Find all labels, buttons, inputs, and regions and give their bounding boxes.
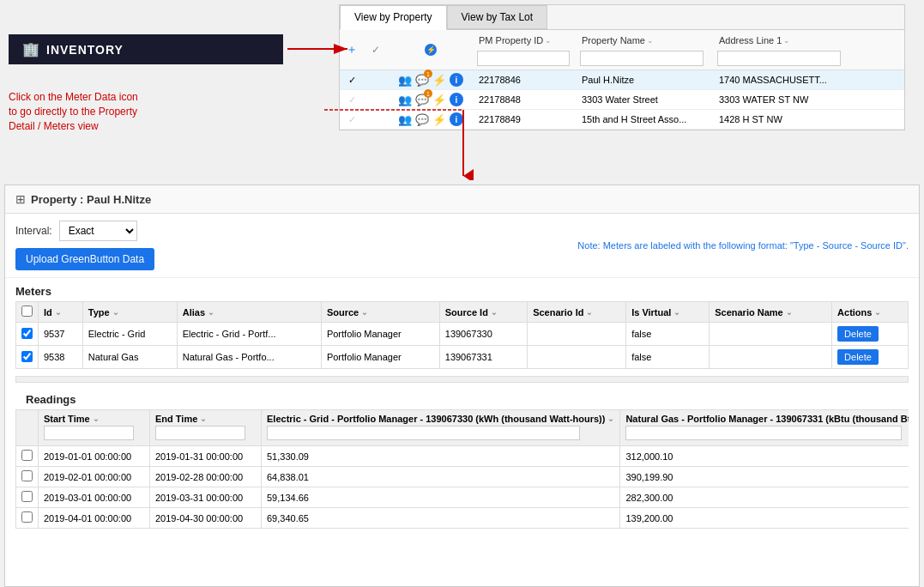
meters-check-all[interactable] — [16, 302, 39, 323]
sort-meters-type[interactable]: ⌄ — [112, 308, 119, 317]
meter-row0-action: Delete — [832, 323, 909, 346]
pm-property-id-label: PM Property ID — [479, 35, 543, 45]
interval-label: Interval: — [15, 225, 52, 237]
readings-end-filter[interactable] — [155, 426, 245, 440]
reading-row1-checkbox[interactable] — [21, 470, 33, 481]
reading-row1-check[interactable] — [16, 467, 39, 487]
meter-row0-check[interactable] — [16, 323, 39, 346]
check-all-col: ＋ — [340, 42, 364, 57]
reading-row3-electric: 69,340.65 — [262, 508, 620, 529]
sort-name[interactable]: ⌄ — [647, 36, 654, 45]
pm-id-filter[interactable] — [477, 51, 570, 66]
meter-row0-source: Portfolio Manager — [321, 323, 439, 346]
property-detail-title: Property : Paul H.Nitze — [31, 193, 151, 206]
row0-check[interactable]: ✓ — [340, 71, 364, 89]
address-filter[interactable] — [717, 51, 841, 66]
meter-row1-is-virtual: false — [626, 346, 710, 369]
meter-row1-checkbox[interactable] — [21, 351, 33, 362]
info-icon-2[interactable]: i — [449, 112, 464, 127]
chat-icon-1[interactable]: 💬 1 — [414, 92, 430, 107]
reading-row0-end: 2019-01-31 00:00:00 — [150, 446, 262, 467]
org-icon-0[interactable]: 👥 — [397, 72, 413, 88]
meters-actions-header: Actions⌄ — [832, 302, 909, 323]
meter-row0-checkbox[interactable] — [21, 328, 33, 339]
readings-table: Start Time⌄ End Time⌄ Electric - Grid - … — [15, 409, 909, 529]
grid-row-1[interactable]: ✓ 👥 💬 1 ⚡ i 22178848 3303 Water Street — [340, 90, 904, 110]
row2-actions: 👥 💬 ⚡ i — [388, 110, 474, 129]
check-icon: ✓ — [371, 44, 380, 56]
meters-table-wrapper: Id⌄ Type⌄ Alias⌄ Source⌄ Source Id⌄ Scen… — [5, 301, 919, 376]
grid-row-2[interactable]: ✓ 👥 💬 ⚡ i 22178849 15th and H Street Ass… — [340, 110, 904, 130]
row0-addr: 1740 MASSACHUSETT... — [714, 71, 851, 88]
meters-check-all-input[interactable] — [21, 306, 33, 317]
info-icon-1[interactable]: i — [449, 92, 464, 107]
row0-id: 22178846 — [474, 71, 577, 88]
sort-addr[interactable]: ⌄ — [783, 36, 790, 45]
interval-select[interactable]: Exact Monthly Daily — [59, 221, 137, 241]
chat-icon-2[interactable]: 💬 — [414, 112, 430, 127]
reading-row2-check[interactable] — [16, 487, 39, 508]
reading-row-1: 2019-02-01 00:00:00 2019-02-28 00:00:00 … — [16, 467, 909, 487]
lightning-icon-1[interactable]: ⚡ — [432, 92, 447, 107]
row0-check2 — [364, 76, 388, 83]
lightning-icon-0[interactable]: ⚡ — [432, 72, 447, 88]
sort-meters-alias[interactable]: ⌄ — [208, 308, 214, 317]
row1-check: ✓ — [340, 91, 364, 109]
sort-meters-id[interactable]: ⌄ — [55, 308, 62, 317]
sort-meters-is-virtual[interactable]: ⌄ — [673, 308, 680, 317]
grid-row-0[interactable]: ✓ 👥 💬 1 ⚡ i 22178846 Paul H.Nitze 1 — [340, 70, 904, 90]
sort-meters-source-id[interactable]: ⌄ — [491, 308, 498, 317]
sort-meters-scenario-id[interactable]: ⌄ — [586, 308, 593, 317]
meter-row1-check[interactable] — [16, 346, 39, 369]
readings-electric-filter[interactable] — [267, 426, 580, 440]
readings-gas-header: Natural Gas - Portfolio Manager - 139067… — [620, 410, 909, 446]
sort-meters-actions[interactable]: ⌄ — [874, 308, 881, 317]
reading-row-2: 2019-03-01 00:00:00 2019-03-31 00:00:00 … — [16, 487, 909, 508]
sort-meters-source[interactable]: ⌄ — [361, 308, 368, 317]
meter-row0-delete-btn[interactable]: Delete — [837, 326, 879, 342]
readings-start-filter[interactable] — [44, 426, 134, 440]
row1-addr: 3303 WATER ST NW — [714, 91, 851, 108]
row1-name: 3303 Water Street — [577, 91, 714, 108]
reading-row1-gas: 390,199.90 — [620, 467, 909, 487]
upload-greenbutton-btn[interactable]: Upload GreenButton Data — [15, 248, 154, 270]
meter-row-1: 9538 Natural Gas Natural Gas - Portfo...… — [16, 346, 909, 369]
readings-section-title: Readings — [15, 386, 909, 409]
info-icon-0[interactable]: i — [449, 72, 464, 88]
lightning-icon-2[interactable]: ⚡ — [432, 112, 447, 127]
meters-source-id-header: Source Id⌄ — [439, 302, 527, 323]
controls-row: Interval: Exact Monthly Daily Upload Gre… — [5, 214, 919, 278]
sort-meters-scenario-name[interactable]: ⌄ — [786, 308, 793, 317]
row2-check2 — [364, 116, 388, 123]
property-name-filter[interactable] — [580, 51, 704, 66]
row0-actions: 👥 💬 1 ⚡ i — [388, 70, 474, 89]
property-name-label: Property Name — [582, 35, 645, 45]
sort-start[interactable]: ⌄ — [93, 415, 100, 423]
tab-view-by-tax-lot[interactable]: View by Tax Lot — [447, 5, 548, 29]
chat-icon-0[interactable]: 💬 1 — [414, 72, 430, 88]
sort-electric[interactable]: ⌄ — [607, 415, 614, 423]
reading-row2-checkbox[interactable] — [21, 491, 33, 502]
meter-row1-delete-btn[interactable]: Delete — [837, 349, 879, 365]
org-icon-1[interactable]: 👥 — [397, 92, 413, 107]
readings-table-wrapper: Start Time⌄ End Time⌄ Electric - Grid - … — [15, 409, 909, 529]
select-col: ✓ — [364, 44, 388, 56]
reading-row0-checkbox[interactable] — [21, 450, 33, 461]
sort-pm-id[interactable]: ⌄ — [545, 36, 552, 45]
meters-alias-header: Alias⌄ — [177, 302, 321, 323]
reading-row0-gas: 312,000.10 — [620, 446, 909, 467]
reading-row0-check[interactable] — [16, 446, 39, 467]
reading-row2-end: 2019-03-31 00:00:00 — [150, 487, 262, 508]
readings-gas-filter[interactable] — [625, 426, 901, 440]
reading-row3-checkbox[interactable] — [21, 511, 33, 523]
tab-view-by-property[interactable]: View by Property — [340, 5, 447, 30]
meters-scrollbar[interactable] — [15, 376, 909, 383]
meters-scenario-id-header: Scenario Id⌄ — [528, 302, 626, 323]
add-icon[interactable]: ＋ — [346, 42, 358, 56]
reading-row3-check[interactable] — [16, 508, 39, 529]
address-label: Address Line 1 — [719, 35, 782, 45]
sort-end[interactable]: ⌄ — [200, 415, 207, 423]
meter-row0-is-virtual: false — [626, 323, 710, 346]
org-icon-2[interactable]: 👥 — [397, 112, 413, 127]
meters-scenario-name-header: Scenario Name⌄ — [710, 302, 832, 323]
